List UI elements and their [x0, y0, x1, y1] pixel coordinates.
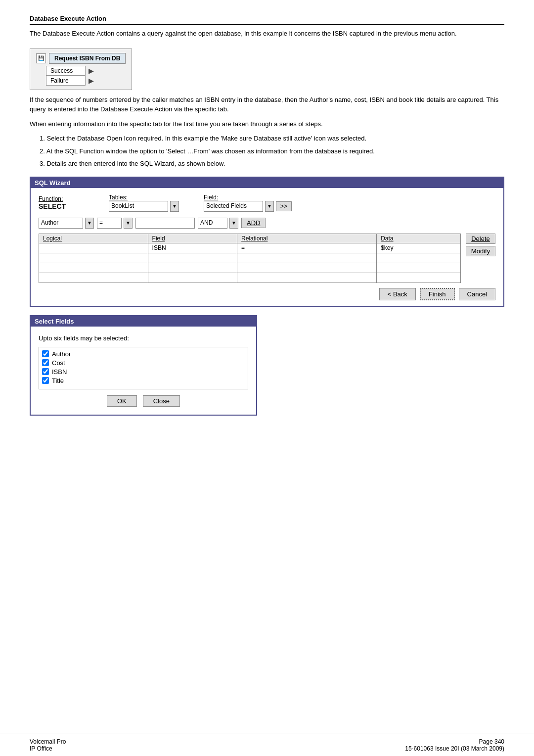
paragraph2: If the sequence of numbers entered by th… — [30, 95, 504, 114]
paragraph3: When entering information into the speci… — [30, 119, 504, 129]
wizard-nav: < Back Finish Cancel — [39, 288, 495, 300]
success-label: Success — [46, 66, 86, 76]
step-2: 2. At the SQL Function window the option… — [40, 146, 504, 156]
checkbox-author-input[interactable] — [42, 350, 49, 357]
delete-button[interactable]: Delete — [466, 234, 495, 244]
cell-logical-1 — [39, 243, 148, 253]
checkbox-title-label: Title — [52, 377, 64, 384]
checkbox-title[interactable]: Title — [42, 377, 245, 384]
page-footer: Voicemail Pro IP Office Page 340 15-6010… — [0, 734, 534, 756]
field-label: Field: — [204, 194, 495, 201]
tables-dropdown-arrow[interactable]: ▼ — [170, 201, 179, 212]
condition-field-select[interactable]: Author — [39, 218, 83, 229]
flow-child-failure: Failure ▶ — [46, 76, 126, 86]
col-field: Field — [148, 234, 237, 243]
finish-button[interactable]: Finish — [420, 288, 455, 300]
success-arrow: ▶ — [89, 67, 94, 75]
table-row — [39, 263, 461, 273]
cell-data-1: $key — [377, 243, 461, 253]
ok-button[interactable]: OK — [107, 395, 137, 407]
cell-logical-4 — [39, 273, 148, 283]
condition-and-select[interactable]: AND — [198, 218, 227, 229]
conditions-table: Logical Field Relational Data ISBN — [39, 234, 461, 283]
function-value: SELECT — [39, 202, 103, 210]
cell-field-3 — [148, 263, 237, 273]
footer-issue: 15-601063 Issue 20I (03 March 2009) — [405, 745, 504, 752]
conditions-table-wrapper: Logical Field Relational Data ISBN — [39, 234, 461, 283]
sql-top-row: Function: SELECT Tables: BookList ▼ Fiel… — [39, 194, 495, 212]
cell-relational-2 — [237, 253, 377, 263]
condition-and-arrow[interactable]: ▼ — [229, 218, 238, 229]
steps-list: 1. Select the Database Open Icon require… — [40, 134, 504, 169]
checkbox-isbn-input[interactable] — [42, 368, 49, 375]
cell-logical-2 — [39, 253, 148, 263]
table-with-buttons: Logical Field Relational Data ISBN — [39, 234, 495, 283]
checkbox-cost-input[interactable] — [42, 359, 49, 366]
tables-dropdown[interactable]: BookList — [109, 201, 168, 212]
description-text: The Database Execute Action contains a q… — [30, 29, 504, 39]
failure-label: Failure — [46, 76, 86, 86]
side-buttons: Delete Modify — [466, 234, 495, 256]
sql-wizard-title: SQL Wizard — [31, 178, 503, 188]
tables-label: Tables: — [109, 194, 198, 201]
select-fields-dialog: Select Fields Upto six fields may be sel… — [30, 315, 257, 416]
sql-wizard-dialog: SQL Wizard Function: SELECT Tables: Book… — [30, 177, 504, 307]
cell-data-4 — [377, 273, 461, 283]
col-logical: Logical — [39, 234, 148, 243]
checkbox-list: Author Cost ISBN Title — [39, 347, 248, 389]
condition-field-group: Author ▼ — [39, 218, 94, 229]
flow-child-success: Success ▶ — [46, 66, 126, 76]
function-label: Function: — [39, 195, 103, 202]
select-fields-title: Select Fields — [31, 316, 256, 327]
flow-main-node: Request ISBN From DB — [49, 53, 126, 64]
condition-and-group: AND ▼ — [198, 218, 238, 229]
add-button[interactable]: ADD — [241, 218, 266, 228]
footer-right: Page 340 15-601063 Issue 20I (03 March 2… — [405, 738, 504, 752]
cell-field-4 — [148, 273, 237, 283]
failure-arrow: ▶ — [89, 77, 94, 85]
db-icon: 💾 — [36, 53, 46, 63]
cell-relational-1: = — [237, 243, 377, 253]
field-dropdown-arrow[interactable]: ▼ — [265, 201, 274, 212]
section-title: Database Execute Action — [30, 15, 504, 25]
back-button[interactable]: < Back — [379, 288, 416, 300]
table-row — [39, 273, 461, 283]
cell-data-3 — [377, 263, 461, 273]
table-row: ISBN = $key — [39, 243, 461, 253]
footer-page: Page 340 — [405, 738, 504, 745]
checkbox-cost-label: Cost — [52, 359, 65, 367]
close-button[interactable]: Close — [143, 395, 180, 407]
table-row — [39, 253, 461, 263]
flow-diagram: 💾 Request ISBN From DB Success ▶ Failure… — [30, 48, 132, 90]
modify-button[interactable]: Modify — [466, 246, 495, 256]
col-relational: Relational — [237, 234, 377, 243]
dialog-buttons: OK Close — [39, 395, 248, 407]
checkbox-author[interactable]: Author — [42, 350, 245, 358]
condition-op-group: = ▼ — [97, 218, 133, 229]
cell-relational-3 — [237, 263, 377, 273]
cell-data-2 — [377, 253, 461, 263]
field-select-group: Selected Fields ▼ >> — [204, 201, 495, 212]
cancel-button[interactable]: Cancel — [459, 288, 495, 300]
condition-value-input[interactable] — [135, 218, 195, 229]
sql-table-area: Logical Field Relational Data ISBN — [39, 234, 495, 283]
condition-op-arrow[interactable]: ▼ — [124, 218, 133, 229]
footer-left: Voicemail Pro IP Office — [30, 738, 66, 752]
col-data: Data — [377, 234, 461, 243]
step-1: 1. Select the Database Open Icon require… — [40, 134, 504, 143]
condition-op-select[interactable]: = — [97, 218, 122, 229]
cell-field-1: ISBN — [148, 243, 237, 253]
field-dropdown[interactable]: Selected Fields — [204, 201, 263, 212]
checkbox-isbn[interactable]: ISBN — [42, 368, 245, 376]
select-fields-info: Upto six fields may be selected: — [39, 334, 248, 342]
double-arrow-button[interactable]: >> — [276, 201, 292, 211]
tables-select-group: BookList ▼ — [109, 201, 198, 212]
cell-logical-3 — [39, 263, 148, 273]
condition-row: Author ▼ = ▼ AND ▼ ADD — [39, 218, 495, 229]
checkbox-cost[interactable]: Cost — [42, 359, 245, 367]
checkbox-title-input[interactable] — [42, 377, 49, 384]
checkbox-isbn-label: ISBN — [52, 368, 67, 376]
cell-field-2 — [148, 253, 237, 263]
step-3: 3. Details are then entered into the SQL… — [40, 159, 504, 169]
condition-field-arrow[interactable]: ▼ — [85, 218, 94, 229]
